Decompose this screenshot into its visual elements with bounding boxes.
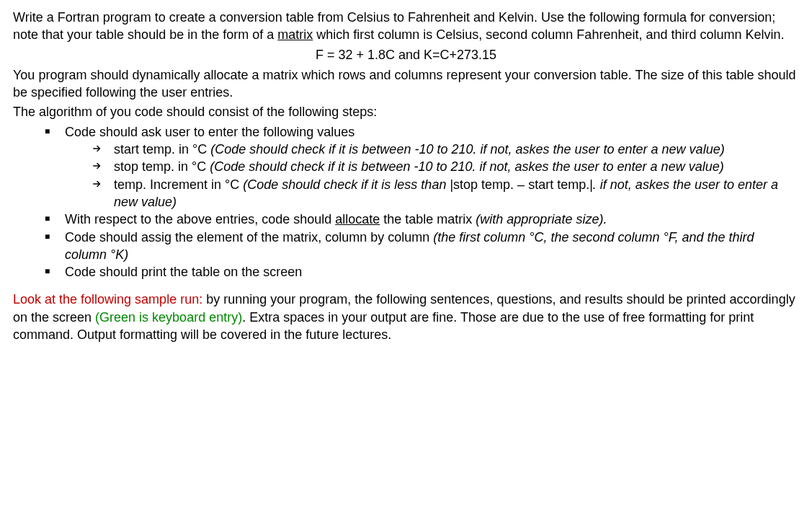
formula: F = 32 + 1.8C and K=C+273.15 [316, 48, 496, 62]
text: With respect to the above entries, code … [65, 212, 335, 226]
text: stop temp. in °C [114, 159, 210, 174]
text-italic: (with appropriate size). [476, 212, 607, 226]
text: The algorithm of you code should consist… [13, 105, 377, 119]
sample-run-red: Look at the following sample run: [13, 292, 202, 307]
intro-paragraph-3: The algorithm of you code should consist… [13, 103, 799, 120]
square-bullet-icon: ■ [45, 123, 65, 139]
text: the table matrix [380, 212, 476, 226]
text-italic: (Code should check if it is between -10 … [210, 159, 723, 174]
text: Code should assig the element of the mat… [65, 230, 433, 244]
intro-paragraph-1: Write a Fortran program to create a conv… [13, 9, 799, 44]
text: which first column is Celsius, second co… [313, 27, 784, 42]
sample-run-paragraph: Look at the following sample run: by run… [13, 291, 799, 343]
text: You program should dynamically allocate … [13, 68, 796, 100]
arrow-icon [92, 176, 114, 192]
square-bullet-icon: ■ [45, 263, 65, 279]
allocate-underlined: allocate [335, 212, 380, 226]
sub-item-2: stop temp. in °C (Code should check if i… [92, 158, 799, 175]
bullet-text: Code should ask user to enter the follow… [65, 123, 799, 141]
sub-item-1: start temp. in °C (Code should check if … [92, 141, 799, 158]
sub-item-3: temp. Increment in °C (Code should check… [92, 176, 799, 211]
sample-run-green: (Green is keyboard entry) [95, 310, 242, 325]
bullet-item-1: ■ Code should ask user to enter the foll… [45, 123, 799, 141]
text: |stop temp. – start temp.| [450, 177, 592, 192]
bullet-item-2: ■ With respect to the above entries, cod… [45, 211, 799, 228]
formula-line: F = 32 + 1.8C and K=C+273.15 [13, 46, 799, 63]
arrow-icon [92, 158, 114, 174]
square-bullet-icon: ■ [45, 229, 65, 244]
bullet-item-3: ■ Code should assig the element of the m… [45, 229, 799, 264]
text-italic: (Code should check if it is between -10 … [210, 142, 724, 156]
arrow-icon [92, 141, 114, 156]
square-bullet-icon: ■ [45, 211, 65, 226]
text: temp. Increment in °C [114, 177, 243, 192]
text: start temp. in °C [114, 142, 210, 156]
intro-paragraph-2: You program should dynamically allocate … [13, 66, 799, 102]
text-italic: (Code should check if it is less than [243, 177, 450, 192]
matrix-underlined: matrix [277, 27, 313, 42]
bullet-text: Code should print the table on the scree… [65, 263, 799, 281]
bullet-item-4: ■ Code should print the table on the scr… [45, 263, 799, 281]
